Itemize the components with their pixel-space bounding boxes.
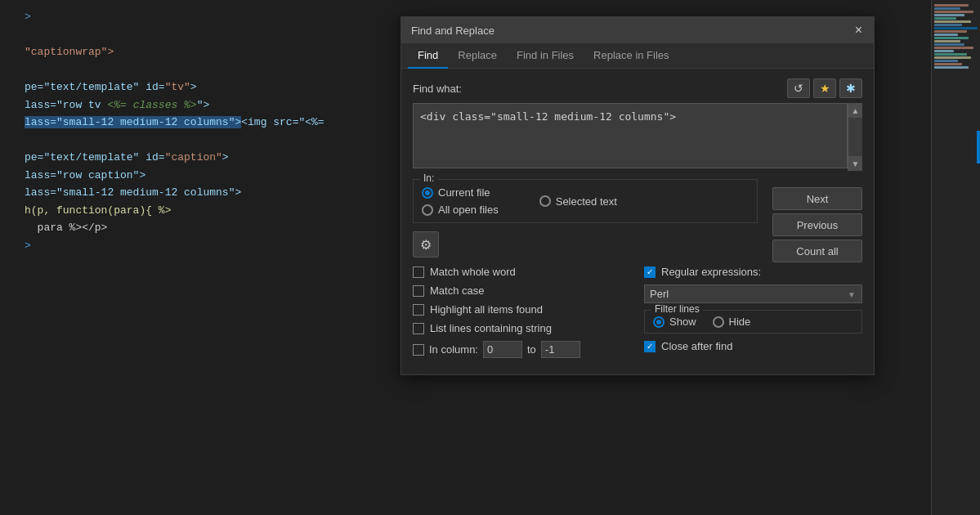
filter-hide-indicator [713, 316, 724, 328]
history-button[interactable]: ↺ [787, 78, 810, 98]
dialog-body: Find what: ↺ ★ ✱ <div class="small-12 me… [401, 69, 874, 374]
regex-checkbox[interactable] [644, 266, 656, 278]
regex-type-select[interactable]: Perl Python Boost POSIX ERE [644, 284, 862, 303]
regex-row: Regular expressions: [644, 266, 862, 278]
filter-show-label: Show [669, 316, 696, 328]
filter-lines-label: Filter lines [651, 303, 703, 315]
radio-current-file-label: Current file [438, 186, 490, 199]
close-button[interactable]: × [853, 24, 864, 37]
count-all-button[interactable]: Count all [772, 240, 862, 262]
tab-find-in-files[interactable]: Find in Files [507, 43, 584, 69]
dialog-title: Find and Replace [411, 25, 494, 37]
radio-row: Current file All open files Selected tex… [422, 186, 749, 216]
tab-find[interactable]: Find [408, 43, 448, 69]
filter-radios: Show Hide [653, 316, 853, 328]
favorites-button[interactable]: ★ [813, 78, 836, 98]
dialog-titlebar[interactable]: Find and Replace × [401, 17, 874, 43]
radio-all-open-files-label: All open files [438, 204, 499, 216]
radio-selected-text-label: Selected text [556, 195, 617, 208]
list-lines-label: List lines containing string [430, 322, 552, 334]
in-column-to-input[interactable] [541, 341, 580, 358]
match-case-label: Match case [430, 284, 484, 297]
filter-hide-radio[interactable]: Hide [713, 316, 751, 328]
radio-selected-text[interactable]: Selected text [539, 195, 617, 208]
highlight-all-label: Highlight all items found [430, 303, 543, 316]
match-whole-word-checkbox [413, 266, 424, 278]
scroll-up-button[interactable]: ▲ [848, 103, 862, 118]
tab-replace[interactable]: Replace [448, 43, 507, 69]
next-button[interactable]: Next [772, 187, 862, 210]
gear-icon: ⚙ [420, 237, 432, 253]
action-buttons: Next Previous Count all [772, 187, 862, 266]
highlight-all-checkbox [413, 304, 424, 316]
star-icon: ★ [820, 82, 830, 95]
gear-button[interactable]: ⚙ [413, 231, 439, 258]
checkbox-list-lines[interactable]: List lines containing string [413, 322, 631, 334]
in-section: In: Current file All open files [413, 179, 758, 223]
history-icon: ↺ [794, 82, 803, 95]
in-column-from-input[interactable] [483, 341, 522, 358]
regex-label: Regular expressions: [661, 266, 761, 278]
in-column-to-label: to [527, 343, 536, 356]
options-area: Match whole word Match case Highlight al… [413, 266, 862, 365]
scroll-arrows: ▲ ▼ [848, 103, 862, 171]
options-right: Regular expressions: Perl Python Boost P… [644, 266, 862, 365]
radio-current-file[interactable]: Current file [422, 186, 499, 199]
radio-all-open-files-indicator [422, 204, 433, 216]
find-icons: ↺ ★ ✱ [787, 78, 862, 98]
radio-selected-text-indicator [539, 195, 551, 207]
checkbox-match-case[interactable]: Match case [413, 284, 631, 297]
checkbox-match-whole-word[interactable]: Match whole word [413, 266, 631, 278]
radio-all-open-files[interactable]: All open files [422, 204, 499, 216]
find-replace-dialog: Find and Replace × Find Replace Find in … [401, 16, 875, 375]
match-whole-word-label: Match whole word [430, 266, 516, 278]
previous-button[interactable]: Previous [772, 213, 862, 236]
match-case-checkbox [413, 285, 424, 297]
tab-replace-in-files[interactable]: Replace in Files [584, 43, 679, 69]
in-column-label: In column: [429, 343, 478, 356]
search-input-wrap: <div class="small-12 medium-12 columns">… [413, 103, 862, 171]
filter-show-radio[interactable]: Show [653, 316, 696, 328]
in-label: In: [420, 172, 437, 184]
filter-lines-box: Filter lines Show Hide [644, 310, 862, 334]
close-after-find-label: Close after find [661, 340, 732, 352]
in-column-checkbox[interactable] [413, 344, 424, 356]
wildcard-button[interactable]: ✱ [839, 78, 862, 98]
dialog-tabs: Find Replace Find in Files Replace in Fi… [401, 43, 874, 69]
scroll-down-button[interactable]: ▼ [848, 156, 862, 171]
filter-show-indicator [653, 316, 665, 328]
checkbox-highlight-all[interactable]: Highlight all items found [413, 303, 631, 316]
filter-hide-label: Hide [729, 316, 751, 328]
in-column-row: In column: to [413, 341, 631, 358]
close-after-find-checkbox[interactable] [644, 341, 656, 352]
close-after-row: Close after find [644, 340, 862, 352]
minimap [931, 0, 980, 515]
regex-type-select-wrap: Perl Python Boost POSIX ERE [644, 284, 862, 303]
find-what-row: Find what: ↺ ★ ✱ [413, 78, 862, 98]
find-what-label: Find what: [413, 83, 462, 95]
list-lines-checkbox [413, 323, 424, 334]
search-input[interactable]: <div class="small-12 medium-12 columns"> [413, 103, 848, 168]
asterisk-icon: ✱ [846, 82, 856, 95]
options-left: Match whole word Match case Highlight al… [413, 266, 631, 365]
radio-current-file-indicator [422, 187, 433, 199]
